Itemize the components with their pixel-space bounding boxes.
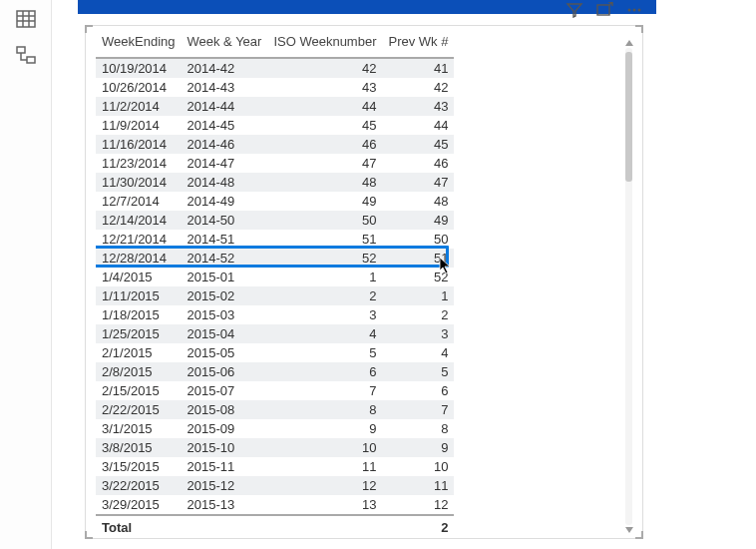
cell: 2015-02 bbox=[181, 286, 267, 305]
resize-handle[interactable] bbox=[85, 25, 93, 33]
cell: 2014-43 bbox=[181, 78, 267, 97]
vertical-scrollbar[interactable] bbox=[625, 48, 632, 525]
cell: 2014-49 bbox=[181, 192, 267, 211]
data-table: WeekEnding Week & Year ISO Weeknumber Pr… bbox=[96, 30, 454, 534]
cell: 43 bbox=[267, 78, 382, 97]
cell: 2015-12 bbox=[181, 476, 267, 495]
cell: 2015-06 bbox=[181, 362, 267, 381]
cell: 51 bbox=[267, 230, 382, 249]
cell: 2/8/2015 bbox=[96, 362, 181, 381]
resize-handle[interactable] bbox=[635, 531, 643, 539]
focus-mode-icon[interactable] bbox=[592, 0, 616, 20]
table-row[interactable]: 3/22/20152015-121211 bbox=[96, 476, 454, 495]
table-row[interactable]: 3/8/20152015-10109 bbox=[96, 438, 454, 457]
cell: 2015-04 bbox=[181, 324, 267, 343]
cell: 2014-52 bbox=[181, 249, 267, 268]
filter-icon[interactable] bbox=[563, 0, 586, 20]
table-row[interactable]: 2/8/20152015-0665 bbox=[96, 362, 454, 381]
cell: 3/22/2015 bbox=[96, 476, 181, 495]
cell: 1/11/2015 bbox=[96, 286, 181, 305]
cell: 5 bbox=[267, 343, 382, 362]
table-row[interactable]: 1/11/20152015-0221 bbox=[96, 286, 454, 305]
cell: 2014-46 bbox=[181, 135, 267, 154]
total-label: Total bbox=[96, 515, 181, 534]
resize-handle[interactable] bbox=[635, 25, 643, 33]
cell: 6 bbox=[383, 381, 455, 400]
cell: 49 bbox=[267, 192, 382, 211]
table-row[interactable]: 10/19/20142014-424241 bbox=[96, 58, 454, 78]
table-row[interactable]: 11/9/20142014-454544 bbox=[96, 116, 454, 135]
table-row[interactable]: 3/29/20152015-131312 bbox=[96, 495, 454, 515]
table-row[interactable]: 2/22/20152015-0887 bbox=[96, 400, 454, 419]
cell: 11 bbox=[383, 476, 455, 495]
cell: 12 bbox=[267, 476, 382, 495]
cell: 10/19/2014 bbox=[96, 58, 181, 78]
cell: 11/9/2014 bbox=[96, 116, 181, 135]
table-visual[interactable]: WeekEnding Week & Year ISO Weeknumber Pr… bbox=[85, 25, 643, 539]
svg-rect-0 bbox=[17, 11, 35, 27]
cell: 2015-05 bbox=[181, 343, 267, 362]
cell: 10 bbox=[267, 438, 382, 457]
cell: 46 bbox=[267, 135, 382, 154]
cell: 42 bbox=[267, 58, 382, 78]
table-row[interactable]: 2/1/20152015-0554 bbox=[96, 343, 454, 362]
cell: 2/22/2015 bbox=[96, 400, 181, 419]
table-row[interactable]: 12/7/20142014-494948 bbox=[96, 192, 454, 211]
table-row[interactable]: 11/2/20142014-444443 bbox=[96, 97, 454, 116]
svg-point-8 bbox=[628, 9, 631, 12]
table-row[interactable]: 12/21/20142014-515150 bbox=[96, 230, 454, 249]
cell: 52 bbox=[383, 268, 455, 286]
table-row[interactable]: 2/15/20152015-0776 bbox=[96, 381, 454, 400]
table-row[interactable]: 11/23/20142014-474746 bbox=[96, 154, 454, 173]
cell: 3/8/2015 bbox=[96, 438, 181, 457]
cell: 11 bbox=[267, 457, 382, 476]
cell: 45 bbox=[267, 116, 382, 135]
cell: 3/29/2015 bbox=[96, 495, 181, 515]
table-row[interactable]: 1/25/20152015-0443 bbox=[96, 324, 454, 343]
cell: 2015-11 bbox=[181, 457, 267, 476]
cell: 11/23/2014 bbox=[96, 154, 181, 173]
cell: 2014-47 bbox=[181, 154, 267, 173]
cell: 2015-10 bbox=[181, 438, 267, 457]
cell: 10/26/2014 bbox=[96, 78, 181, 97]
table-row[interactable]: 3/1/20152015-0998 bbox=[96, 419, 454, 438]
cell: 1/18/2015 bbox=[96, 305, 181, 324]
table-row[interactable]: 3/15/20152015-111110 bbox=[96, 457, 454, 476]
cell: 2/15/2015 bbox=[96, 381, 181, 400]
cell: 50 bbox=[267, 211, 382, 230]
col-header[interactable]: Prev Wk # bbox=[383, 30, 455, 58]
cell: 3 bbox=[267, 305, 382, 324]
cell: 1 bbox=[267, 268, 382, 286]
table-row[interactable]: 1/18/20152015-0332 bbox=[96, 305, 454, 324]
cell: 4 bbox=[267, 324, 382, 343]
col-header[interactable]: ISO Weeknumber bbox=[267, 30, 382, 58]
resize-handle[interactable] bbox=[85, 531, 93, 539]
model-view-icon[interactable] bbox=[15, 44, 37, 66]
cell: 11/16/2014 bbox=[96, 135, 181, 154]
cell: 7 bbox=[383, 400, 455, 419]
cell: 46 bbox=[383, 154, 455, 173]
cell: 48 bbox=[383, 192, 455, 211]
cell: 2015-09 bbox=[181, 419, 267, 438]
cell: 2015-13 bbox=[181, 495, 267, 515]
table-row[interactable]: 10/26/20142014-434342 bbox=[96, 78, 454, 97]
cell: 3/15/2015 bbox=[96, 457, 181, 476]
svg-point-9 bbox=[633, 9, 636, 12]
cell: 12 bbox=[383, 495, 455, 515]
table-row[interactable]: 12/14/20142014-505049 bbox=[96, 211, 454, 230]
table-row[interactable]: 1/4/20152015-01152 bbox=[96, 268, 454, 286]
cell: 4 bbox=[383, 343, 455, 362]
table-row[interactable]: 11/30/20142014-484847 bbox=[96, 173, 454, 192]
col-header[interactable]: WeekEnding bbox=[96, 30, 181, 58]
table-row[interactable]: 12/28/20142014-525251 bbox=[96, 249, 454, 268]
table-scroll-area: WeekEnding Week & Year ISO Weeknumber Pr… bbox=[96, 30, 634, 534]
scroll-thumb[interactable] bbox=[625, 52, 632, 182]
col-header[interactable]: Week & Year bbox=[181, 30, 267, 58]
more-options-icon[interactable] bbox=[622, 0, 646, 20]
header-row: WeekEnding Week & Year ISO Weeknumber Pr… bbox=[96, 30, 454, 58]
cell: 2015-03 bbox=[181, 305, 267, 324]
cell: 1 bbox=[383, 286, 455, 305]
table-row[interactable]: 11/16/20142014-464645 bbox=[96, 135, 454, 154]
table-view-icon[interactable] bbox=[15, 8, 37, 30]
svg-rect-5 bbox=[17, 47, 25, 53]
